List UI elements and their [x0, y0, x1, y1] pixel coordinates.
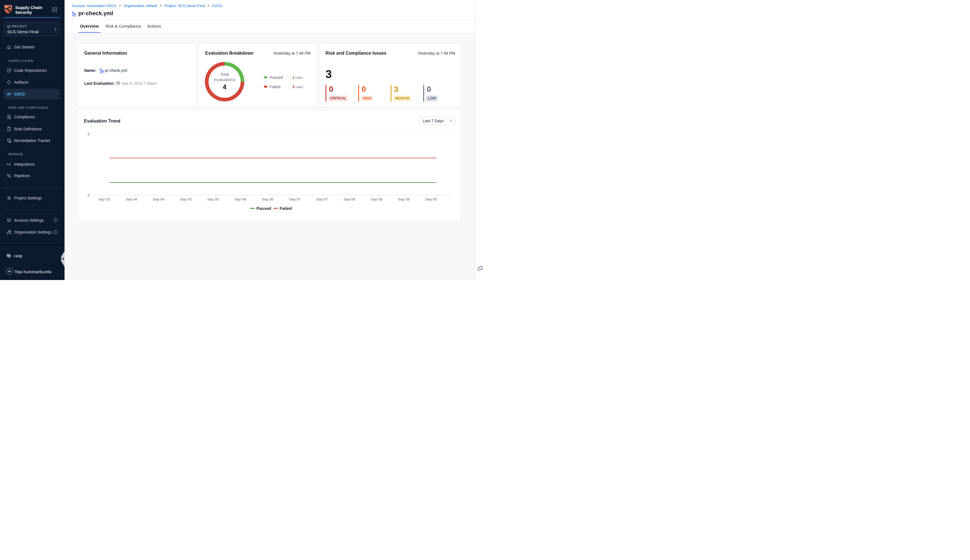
svg-text:?: ? [8, 254, 9, 256]
